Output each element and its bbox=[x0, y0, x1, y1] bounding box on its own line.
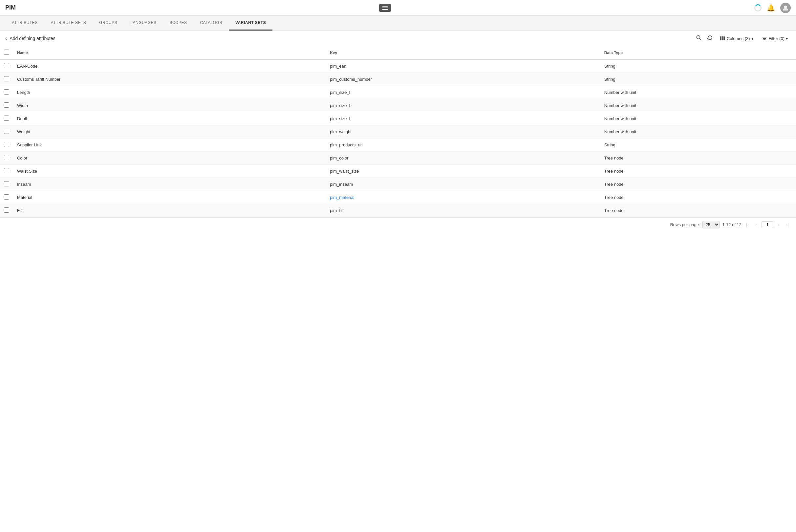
row-name: Width bbox=[13, 99, 326, 112]
notifications-button[interactable]: 🔔 bbox=[767, 4, 775, 12]
hamburger-button[interactable] bbox=[379, 4, 391, 12]
row-name: Depth bbox=[13, 112, 326, 126]
table-row: Widthpim_size_bNumber with unit bbox=[0, 99, 796, 112]
table-body: EAN-Codepim_eanStringCustoms Tariff Numb… bbox=[0, 59, 796, 217]
row-key: pim_size_b bbox=[326, 99, 600, 112]
select-all-checkbox[interactable] bbox=[4, 50, 9, 55]
row-name: Color bbox=[13, 152, 326, 165]
row-data-type: String bbox=[600, 138, 796, 152]
search-icon bbox=[696, 35, 702, 41]
top-bar: PIM 🔔 bbox=[0, 0, 796, 16]
row-checkbox[interactable] bbox=[4, 168, 9, 173]
toolbar: ‹ Add defining attributes Columns (3) ▾ bbox=[0, 31, 796, 46]
filter-chevron-icon: ▾ bbox=[786, 36, 788, 41]
row-checkbox[interactable] bbox=[4, 181, 9, 186]
table-row: Fitpim_fitTree node bbox=[0, 204, 796, 217]
row-data-type: Number with unit bbox=[600, 86, 796, 99]
header-key: Key bbox=[326, 46, 600, 59]
avatar bbox=[780, 3, 791, 13]
user-avatar-button[interactable] bbox=[780, 3, 791, 13]
row-name: Material bbox=[13, 191, 326, 204]
top-bar-center bbox=[379, 4, 391, 12]
header-checkbox-col bbox=[0, 46, 13, 59]
row-checkbox-cell bbox=[0, 178, 13, 191]
table-row: Inseampim_inseamTree node bbox=[0, 178, 796, 191]
row-key: pim_material bbox=[326, 191, 600, 204]
rows-per-page-label: Rows per page: bbox=[670, 222, 700, 227]
filter-button[interactable]: Filter (0) ▾ bbox=[759, 34, 791, 43]
table-header-row: Name Key Data Type bbox=[0, 46, 796, 59]
row-name: Customs Tariff Number bbox=[13, 73, 326, 86]
columns-button[interactable]: Columns (3) ▾ bbox=[717, 34, 756, 43]
row-checkbox[interactable] bbox=[4, 155, 9, 160]
tab-catalogs[interactable]: CATALOGS bbox=[193, 16, 229, 31]
row-data-type: Tree node bbox=[600, 191, 796, 204]
row-name: EAN-Code bbox=[13, 59, 326, 73]
table-row: Depthpim_size_hNumber with unit bbox=[0, 112, 796, 126]
page-input[interactable] bbox=[761, 221, 773, 228]
table-row: Customs Tariff Numberpim_customs_numberS… bbox=[0, 73, 796, 86]
row-checkbox[interactable] bbox=[4, 63, 9, 68]
row-key: pim_weight bbox=[326, 126, 600, 138]
app-title: PIM bbox=[5, 4, 16, 11]
row-checkbox[interactable] bbox=[4, 76, 9, 81]
row-name: Length bbox=[13, 86, 326, 99]
row-checkbox-cell bbox=[0, 86, 13, 99]
row-checkbox[interactable] bbox=[4, 194, 9, 200]
row-data-type: String bbox=[600, 73, 796, 86]
loading-spinner bbox=[754, 4, 761, 12]
row-key: pim_color bbox=[326, 152, 600, 165]
row-checkbox-cell bbox=[0, 165, 13, 178]
row-data-type: Number with unit bbox=[600, 112, 796, 126]
attributes-table: Name Key Data Type EAN-Codepim_eanString… bbox=[0, 46, 796, 217]
row-checkbox[interactable] bbox=[4, 102, 9, 108]
last-page-button[interactable]: ›| bbox=[784, 222, 791, 228]
columns-chevron-icon: ▾ bbox=[751, 36, 754, 41]
row-name: Weight bbox=[13, 126, 326, 138]
back-icon: ‹ bbox=[5, 35, 7, 41]
row-name: Supplier Link bbox=[13, 138, 326, 152]
table-header: Name Key Data Type bbox=[0, 46, 796, 59]
back-button[interactable]: ‹ bbox=[5, 35, 7, 41]
tab-scopes[interactable]: SCOPES bbox=[163, 16, 193, 31]
row-checkbox[interactable] bbox=[4, 89, 9, 95]
row-key: pim_size_l bbox=[326, 86, 600, 99]
svg-rect-4 bbox=[722, 36, 723, 40]
row-data-type: String bbox=[600, 59, 796, 73]
tab-variant-sets[interactable]: VARIANT SETS bbox=[229, 16, 272, 31]
row-key: pim_size_h bbox=[326, 112, 600, 126]
refresh-button[interactable] bbox=[706, 34, 714, 43]
table-row: Waist Sizepim_waist_sizeTree node bbox=[0, 165, 796, 178]
bell-icon: 🔔 bbox=[767, 4, 775, 12]
row-key-link[interactable]: pim_material bbox=[330, 195, 354, 200]
row-checkbox[interactable] bbox=[4, 115, 9, 121]
row-checkbox-cell bbox=[0, 152, 13, 165]
table-row: Weightpim_weightNumber with unit bbox=[0, 126, 796, 138]
svg-rect-5 bbox=[723, 36, 725, 40]
row-checkbox-cell bbox=[0, 138, 13, 152]
refresh-icon bbox=[707, 35, 713, 41]
first-page-button[interactable]: |‹ bbox=[744, 222, 751, 228]
row-checkbox-cell bbox=[0, 204, 13, 217]
next-page-button[interactable]: › bbox=[776, 222, 781, 228]
row-checkbox[interactable] bbox=[4, 129, 9, 134]
rows-per-page-select[interactable]: 25 10 50 100 bbox=[702, 221, 720, 228]
row-checkbox[interactable] bbox=[4, 142, 9, 147]
prev-page-button[interactable]: ‹ bbox=[753, 222, 759, 228]
tab-languages[interactable]: LANGUAGES bbox=[124, 16, 163, 31]
pagination-range: 1-12 of 12 bbox=[722, 222, 741, 227]
table-row: Materialpim_materialTree node bbox=[0, 191, 796, 204]
search-button[interactable] bbox=[695, 34, 703, 43]
tab-groups[interactable]: GROUPS bbox=[93, 16, 124, 31]
row-checkbox[interactable] bbox=[4, 207, 9, 213]
tab-attributes[interactable]: ATTRIBUTES bbox=[5, 16, 44, 31]
toolbar-title: Add defining attributes bbox=[10, 36, 55, 41]
toolbar-right: Columns (3) ▾ Filter (0) ▾ bbox=[695, 34, 791, 43]
svg-line-2 bbox=[700, 39, 701, 40]
columns-icon bbox=[720, 35, 725, 41]
row-checkbox-cell bbox=[0, 191, 13, 204]
nav-tabs: ATTRIBUTES ATTRIBUTE SETS GROUPS LANGUAG… bbox=[0, 16, 796, 31]
row-key: pim_inseam bbox=[326, 178, 600, 191]
row-key: pim_fit bbox=[326, 204, 600, 217]
tab-attribute-sets[interactable]: ATTRIBUTE SETS bbox=[44, 16, 93, 31]
